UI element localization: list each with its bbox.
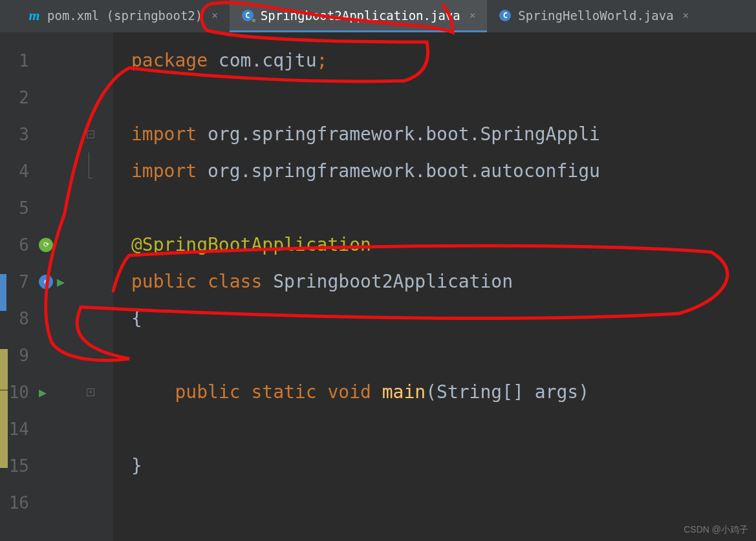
watermark: CSDN @小鸡子 — [684, 524, 748, 536]
vcs-change-marker — [0, 390, 8, 468]
spring-bean-icon[interactable]: ⟳ — [39, 238, 53, 252]
code-token-keyword: public static void — [175, 381, 382, 403]
code-token-keyword: package — [131, 50, 219, 71]
fold-column: − — [84, 131, 97, 138]
code-token-annotation: @SpringBootApplication — [131, 234, 371, 255]
code-line[interactable]: import org.springframework.boot.SpringAp… — [131, 116, 756, 153]
line-number: 6 — [0, 235, 39, 255]
line-number: 1 — [0, 51, 39, 70]
gutter-row: 2 — [0, 79, 113, 116]
code-line[interactable]: @SpringBootApplication — [131, 226, 756, 263]
line-number: 3 — [0, 125, 39, 144]
fold-column: + — [84, 388, 97, 396]
code-line[interactable] — [131, 189, 756, 226]
code-line[interactable]: public class Springboot2Application — [131, 263, 756, 300]
code-line[interactable] — [131, 410, 756, 447]
gutter-row: 8 — [0, 300, 113, 337]
gutter-row: 4 — [0, 153, 113, 189]
code-token-keyword: import — [131, 123, 208, 145]
code-token-keyword: import — [131, 160, 208, 182]
fold-guide-icon — [89, 153, 92, 178]
gutter-icons: ▶ — [39, 385, 84, 400]
run-icon[interactable]: ▶ — [57, 274, 65, 290]
gutter-row: 7e▶ — [0, 263, 113, 300]
gutter-row: 10▶+ — [0, 374, 113, 410]
fold-column — [84, 164, 97, 178]
gutter-row: 9 — [0, 337, 113, 374]
code-token-method: main — [382, 381, 426, 403]
code-line[interactable]: import org.springframework.boot.autoconf… — [131, 153, 756, 189]
tab-label: SpringHelloWorld.java — [518, 8, 673, 23]
gutter-icons: ⟳ — [39, 238, 84, 252]
code-token-semicolon: ; — [317, 50, 328, 71]
code-token-default: (String[] args) — [426, 381, 589, 403]
gutter-row: 5 — [0, 189, 113, 226]
line-number: 4 — [0, 162, 39, 181]
line-number: 2 — [0, 88, 39, 107]
code-token-identifier: org.springframework.boot.autoconfigu — [208, 160, 600, 182]
code-line[interactable] — [131, 337, 756, 374]
code-token-identifier: Springboot2Application — [273, 271, 513, 292]
code-token-keyword: public class — [131, 271, 273, 292]
fold-collapse-icon[interactable]: − — [87, 131, 94, 138]
close-icon[interactable]: × — [470, 9, 476, 21]
gutter-row: 14 — [0, 410, 113, 447]
vcs-change-marker — [0, 349, 8, 390]
close-icon[interactable]: × — [211, 9, 218, 21]
gutter-row: 3− — [0, 116, 113, 153]
gutter-row: 1 — [0, 42, 113, 79]
code-area[interactable]: package com.cqjtu;import org.springframe… — [113, 32, 756, 541]
code-token-identifier: com.cqjtu — [219, 50, 317, 71]
fold-expand-icon[interactable]: + — [87, 388, 94, 396]
gutter-row: 6⟳ — [0, 226, 113, 263]
java-class-icon: C⚙ — [241, 9, 254, 22]
code-token-identifier: org.springframework.boot.SpringAppli — [208, 123, 600, 145]
gutter-row: 16 — [0, 484, 113, 521]
line-number: 8 — [0, 309, 39, 328]
tab-spring-hello-world[interactable]: C SpringHelloWorld.java × — [487, 0, 700, 32]
code-line[interactable]: public static void main(String[] args) — [131, 374, 756, 410]
tab-springboot2-application[interactable]: C⚙ Springboot2Application.java × — [230, 0, 488, 32]
code-line[interactable] — [131, 484, 756, 521]
gutter-row: 15 — [0, 447, 113, 484]
tab-label: Springboot2Application.java — [261, 8, 460, 23]
code-token-default — [131, 381, 175, 403]
line-number: 5 — [0, 198, 39, 218]
spring-web-icon[interactable]: e — [39, 275, 53, 289]
run-icon[interactable]: ▶ — [39, 385, 47, 400]
editor-container: m pom.xml (springboot2) × C⚙ Springboot2… — [0, 0, 756, 541]
gutter: 123−456⟳7e▶8910▶+141516 — [0, 32, 113, 541]
code-token-brace: } — [131, 455, 142, 476]
code-line[interactable] — [131, 79, 756, 116]
close-icon[interactable]: × — [683, 9, 689, 21]
tab-pom-xml[interactable]: m pom.xml (springboot2) × — [16, 0, 230, 32]
tab-bar: m pom.xml (springboot2) × C⚙ Springboot2… — [0, 0, 756, 32]
maven-icon: m — [28, 9, 41, 22]
java-class-icon: C — [499, 9, 512, 22]
gutter-icons: e▶ — [39, 274, 84, 290]
code-line[interactable]: package com.cqjtu; — [131, 42, 756, 79]
line-number: 16 — [0, 493, 39, 513]
caret-line-indicator — [0, 274, 6, 311]
code-line[interactable]: } — [131, 447, 756, 484]
tab-label: pom.xml (springboot2) — [47, 8, 202, 23]
code-token-brace: { — [131, 308, 142, 329]
editor-body: 123−456⟳7e▶8910▶+141516 package com.cqjt… — [0, 32, 756, 541]
code-line[interactable]: { — [131, 300, 756, 337]
